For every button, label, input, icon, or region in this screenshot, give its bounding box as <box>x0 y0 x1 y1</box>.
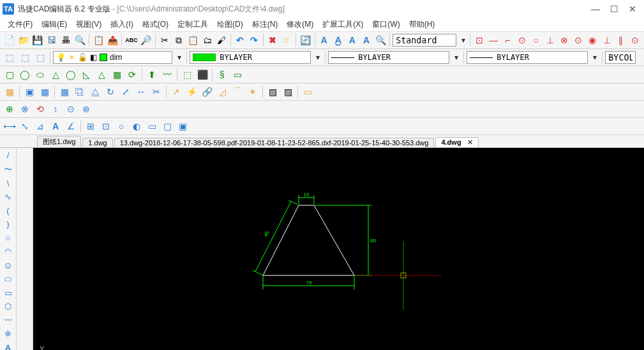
dim-baseline-icon[interactable]: ▢ <box>160 119 174 133</box>
arc2-icon[interactable]: ) <box>1 218 15 231</box>
polygon-icon[interactable]: ⬡ <box>1 300 15 313</box>
explode-icon[interactable]: ✴ <box>246 85 260 99</box>
snap-center-icon[interactable]: ⊙ <box>515 33 528 47</box>
menu-modify[interactable]: 修改(M) <box>283 18 317 31</box>
cancel-icon[interactable]: ⛌ <box>280 33 293 47</box>
layer-dropdown-icon[interactable]: ▾ <box>175 53 184 62</box>
text-au-icon[interactable]: A̲ <box>332 33 345 47</box>
ucs-prev-icon[interactable]: ⊗ <box>18 102 32 116</box>
cone-icon[interactable]: △ <box>49 68 63 82</box>
color-selector[interactable]: BYLAYER <box>190 51 311 64</box>
snap-int-icon[interactable]: ⊗ <box>558 33 571 47</box>
dim-ordinate-icon[interactable]: ∠ <box>64 119 78 133</box>
dim-diameter-icon[interactable]: ⊡ <box>99 119 113 133</box>
copy-icon[interactable]: ⧉ <box>172 33 185 47</box>
linetype-dropdown-icon[interactable]: ▾ <box>452 53 461 62</box>
circle-icon[interactable]: ○ <box>1 232 15 245</box>
arc1-icon[interactable]: ( <box>1 205 15 217</box>
ucs-view-icon[interactable]: ⊙ <box>64 102 78 116</box>
text-icon[interactable]: A <box>1 342 15 351</box>
cylinder-icon[interactable]: ⬭ <box>33 68 47 82</box>
undo-icon[interactable]: ↶ <box>234 33 246 47</box>
regen-icon[interactable]: 🔄 <box>299 33 311 47</box>
snap-endpoint-icon[interactable]: ⊡ <box>473 33 486 47</box>
dim-angular-icon[interactable]: ⊿ <box>33 119 47 133</box>
mirror-icon[interactable]: ⧋ <box>88 85 102 99</box>
style-dropdown-icon[interactable]: ▾ <box>459 36 467 45</box>
menu-custom[interactable]: 定制工具 <box>174 18 212 31</box>
loft-icon[interactable]: ⬚ <box>180 68 194 82</box>
dim-tolerance-icon[interactable]: ▣ <box>176 119 190 133</box>
revcloud-icon[interactable]: 〰 <box>1 314 15 327</box>
text-style-input[interactable] <box>393 34 456 47</box>
preview-icon[interactable]: 🔍 <box>73 33 86 47</box>
lineweight-dropdown-icon[interactable]: ▾ <box>590 53 599 62</box>
sphere-icon[interactable]: ◯ <box>18 68 32 82</box>
snap-quad-icon[interactable]: ○ <box>530 33 543 47</box>
join-icon[interactable]: 🔗 <box>200 85 214 99</box>
export-icon[interactable]: 📤 <box>106 33 119 47</box>
snap-mid-icon[interactable]: — <box>487 33 500 47</box>
findtext-icon[interactable]: 🔍 <box>374 33 387 47</box>
paste-icon[interactable]: 📋 <box>186 33 199 47</box>
mtext-icon[interactable]: A <box>346 33 359 47</box>
array-icon[interactable]: ▦ <box>57 85 71 99</box>
snap-app-icon[interactable]: ⊥ <box>601 33 613 47</box>
extend-icon[interactable]: ↗ <box>169 85 183 99</box>
drawing-canvas[interactable]: 15 45 80 75 <box>33 148 644 350</box>
ucs-obj-icon[interactable]: ↕ <box>49 102 63 116</box>
spell-icon[interactable]: ABC <box>124 33 139 47</box>
tab-3[interactable]: 13.dwg-2018-12-06-17-38-05-598.pdf-2019-… <box>114 138 435 147</box>
planesurf-icon[interactable]: ▭ <box>230 68 244 82</box>
line-icon[interactable]: / <box>1 149 15 162</box>
open-icon[interactable]: 📁 <box>17 33 29 47</box>
tab-4-active[interactable]: 4.dwg ✕ <box>435 137 478 147</box>
menu-draw[interactable]: 绘图(D) <box>213 18 247 31</box>
mesh-icon[interactable]: ▦ <box>110 68 124 82</box>
linetype-selector[interactable]: BYLAYER <box>328 51 449 64</box>
sweep-icon[interactable]: 〰 <box>160 68 174 82</box>
snap-ins-icon[interactable]: ⊙ <box>629 33 641 47</box>
dtext-icon[interactable]: A <box>360 33 373 47</box>
text-a-icon[interactable]: A <box>317 33 330 47</box>
menu-file[interactable]: 文件(F) <box>4 18 36 31</box>
erase-icon[interactable]: ✖ <box>266 33 279 47</box>
rectangle-icon[interactable]: ▭ <box>1 287 15 300</box>
saveall-icon[interactable]: 🖫 <box>45 33 58 47</box>
publish-icon[interactable]: 📋 <box>92 33 105 47</box>
stretch-icon[interactable]: ↔ <box>134 85 148 99</box>
extrude-icon[interactable]: ⬆ <box>145 68 159 82</box>
hatch-icon[interactable]: ▨ <box>266 85 280 99</box>
snap-perp-icon[interactable]: ⌐ <box>501 33 514 47</box>
chamfer-icon[interactable]: ◿ <box>215 85 229 99</box>
menu-view[interactable]: 视图(V) <box>72 18 105 31</box>
lineweight-selector[interactable]: BYLAYER <box>467 51 588 64</box>
scale-icon[interactable]: ⤢ <box>119 85 133 99</box>
revolve-icon[interactable]: ⟳ <box>125 68 139 82</box>
dim-continue-icon[interactable]: ▭ <box>145 119 159 133</box>
save-icon[interactable]: 💾 <box>31 33 43 47</box>
close-button[interactable]: ✕ <box>629 4 636 14</box>
point-icon[interactable]: ※ <box>1 328 15 340</box>
torus-icon[interactable]: ◯ <box>64 68 78 82</box>
copy-obj-icon[interactable]: ⿻ <box>73 85 87 99</box>
break-icon[interactable]: ⚡ <box>184 85 198 99</box>
plotstyle-input[interactable] <box>605 51 636 64</box>
table-icon[interactable]: ▦ <box>3 85 17 99</box>
pasteblock-icon[interactable]: 🗂 <box>200 33 213 47</box>
menu-format[interactable]: 格式(O) <box>139 18 172 31</box>
trim-icon[interactable]: ✂ <box>149 85 163 99</box>
maximize-button[interactable]: ☐ <box>610 4 618 14</box>
box-icon[interactable]: ▢ <box>3 68 17 82</box>
polysolid-icon[interactable]: ⬛ <box>195 68 209 82</box>
helix-icon[interactable]: § <box>215 68 229 82</box>
dim-aligned-icon[interactable]: ⤡ <box>18 119 32 133</box>
menu-help[interactable]: 帮助(H) <box>405 18 439 31</box>
snap-tan-icon[interactable]: ⊥ <box>544 33 557 47</box>
region-icon[interactable]: ▭ <box>301 85 315 99</box>
layer-prev-icon[interactable]: ⬚ <box>18 50 32 64</box>
dim-linear-icon[interactable]: ⟷ <box>3 119 17 133</box>
hatch2-icon[interactable]: ▨ <box>281 85 295 99</box>
menu-insert[interactable]: 插入(I) <box>107 18 137 31</box>
ucs-origin-icon[interactable]: ⊛ <box>79 102 93 116</box>
